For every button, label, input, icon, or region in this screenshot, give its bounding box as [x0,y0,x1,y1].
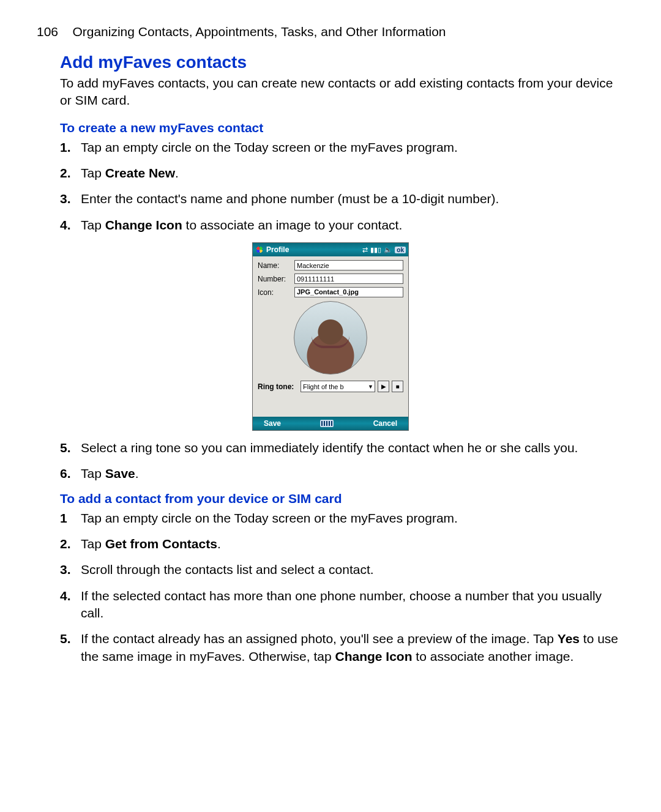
play-button[interactable]: ▶ [378,381,389,392]
step-1b: 1Tap an empty circle on the Today screen… [60,510,624,527]
input-name[interactable] [294,260,403,270]
speaker-icon: 🔈 [384,246,392,254]
connectivity-icon: ⇄ [362,246,368,254]
label-number: Number: [258,275,294,283]
form-area: Name: Number: Icon: JPG_Contact_0.jpg Ri… [253,256,408,395]
step-4: 4.Tap Change Icon to associate an image … [60,217,624,234]
step-text-c: to associate an image to your contact. [182,218,403,232]
status-icons: ⇄ ▮▮▯ 🔈 ok [362,246,406,254]
step-5: 5.Select a ring tone so you can immediat… [60,439,624,456]
step-num: 6. [60,465,71,482]
ok-button[interactable]: ok [395,247,406,253]
step-text: Scroll through the contacts list and sel… [81,562,374,576]
label-ringtone: Ring tone: [258,382,298,391]
step-num: 4. [60,217,71,234]
section-title: Add myFaves contacts [37,53,624,72]
step-text-c: . [217,537,221,551]
chapter-title: Organizing Contacts, Appointments, Tasks… [72,24,446,39]
steps-create-cont: 5.Select a ring tone so you can immediat… [37,439,624,483]
step-num: 3. [60,561,71,578]
intro-text: To add myFaves contacts, you can create … [37,75,624,110]
step-text: Select a ring tone so you can immediatel… [81,441,578,455]
step-text-bold: Get from Contacts [105,537,217,551]
device-bottombar: Save Cancel [253,417,408,430]
ringtone-select[interactable]: Flight of the b ▼ [301,381,375,392]
step-text-c: . [175,166,179,180]
row-ringtone: Ring tone: Flight of the b ▼ ▶ ■ [258,381,403,392]
device-screenshot: Profile ⇄ ▮▮▯ 🔈 ok Name: Number: Icon: J… [37,242,624,431]
device-titlebar: Profile ⇄ ▮▮▯ 🔈 ok [253,243,408,256]
step-6: 6.Tap Save. [60,465,624,482]
row-number: Number: [258,274,403,284]
contact-photo[interactable] [294,301,367,374]
step-text-d: Change Icon [335,649,413,663]
step-num: 4. [60,587,71,605]
input-number[interactable] [294,274,403,284]
step-1: 1.Tap an empty circle on the Today scree… [60,139,624,156]
step-num: 2. [60,535,71,553]
step-2b: 2.Tap Get from Contacts. [60,535,624,553]
file-field-icon[interactable]: JPG_Contact_0.jpg [294,287,403,297]
keyboard-icon[interactable] [320,420,334,427]
step-text-c: . [135,466,139,480]
step-text-e: to associate another image. [413,649,574,663]
step-num: 1 [60,510,67,527]
step-num: 3. [60,190,71,207]
row-icon: Icon: JPG_Contact_0.jpg [258,287,403,297]
step-text: Tap an empty circle on the Today screen … [81,511,458,525]
step-text: Tap an empty circle on the Today screen … [81,140,458,154]
steps-create: 1.Tap an empty circle on the Today scree… [37,139,624,234]
ringtone-value: Flight of the b [303,383,344,390]
subheading-create: To create a new myFaves contact [37,121,624,135]
step-num: 1. [60,139,71,156]
step-5b: 5.If the contact already has an assigned… [60,630,624,665]
steps-add-existing: 1Tap an empty circle on the Today screen… [37,510,624,665]
titlebar-text: Profile [266,245,360,254]
step-text-b: Yes [558,631,580,646]
subheading-add-existing: To add a contact from your device or SIM… [37,491,624,506]
two-spaces [62,24,69,39]
device-frame: Profile ⇄ ▮▮▯ 🔈 ok Name: Number: Icon: J… [252,242,409,431]
step-3: 3.Enter the contact's name and phone num… [60,190,624,207]
step-text: If the selected contact has more than on… [81,589,602,620]
windows-start-icon[interactable] [255,245,264,254]
stop-button[interactable]: ■ [392,381,403,392]
step-2: 2.Tap Create New. [60,165,624,182]
step-text: Enter the contact's name and phone numbe… [81,192,499,206]
step-text-a: If the contact already has an assigned p… [81,631,558,646]
label-name: Name: [258,261,294,270]
softkey-save[interactable]: Save [264,419,281,428]
step-text-a: Tap [81,466,105,480]
signal-icon: ▮▮▯ [370,246,381,254]
softkey-cancel[interactable]: Cancel [373,419,397,428]
step-num: 5. [60,439,71,456]
row-name: Name: [258,260,403,270]
label-icon: Icon: [258,288,294,297]
step-text-bold: Create New [105,166,175,180]
step-text-bold: Save [105,466,135,480]
step-3b: 3.Scroll through the contacts list and s… [60,561,624,578]
step-num: 5. [60,630,71,647]
step-4b: 4.If the selected contact has more than … [60,587,624,622]
dropdown-arrow-icon: ▼ [368,384,373,390]
step-text-a: Tap [81,218,105,232]
page-header: 106 Organizing Contacts, Appointments, T… [37,24,624,39]
step-text-a: Tap [81,537,105,551]
form-spacer [253,395,408,417]
step-num: 2. [60,165,71,182]
step-text-a: Tap [81,166,105,180]
step-text-bold: Change Icon [105,218,182,232]
page-number: 106 [37,24,58,39]
